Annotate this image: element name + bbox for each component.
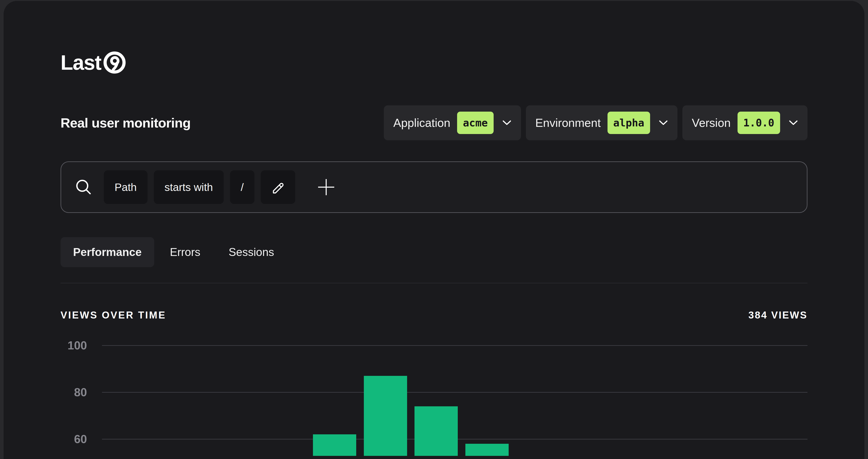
query-field-chip[interactable]: Path (104, 170, 148, 204)
brand-logo: Last (61, 1, 807, 74)
tab-label: Sessions (229, 245, 274, 259)
chevron-down-icon (659, 120, 668, 126)
chart-bar (414, 406, 458, 456)
query-operator-chip[interactable]: starts with (154, 170, 224, 204)
gridline-80 (102, 392, 807, 393)
filter-group: Application acme Environment alpha Versi… (384, 105, 807, 140)
pencil-icon (271, 180, 285, 195)
filter-value-badge: alpha (608, 111, 650, 134)
y-tick-label-60: 60 (61, 432, 87, 446)
tab-label: Performance (73, 245, 142, 259)
chevron-down-icon (502, 120, 512, 126)
brand-name: Last (61, 51, 101, 74)
chevron-down-icon (788, 120, 798, 126)
chart-bar (465, 444, 509, 456)
filter-label: Application (393, 116, 450, 130)
tab-performance[interactable]: Performance (61, 237, 154, 267)
gridline-100 (102, 345, 807, 346)
chart-header: VIEWS OVER TIME 384 VIEWS (61, 309, 807, 321)
filter-label: Environment (535, 116, 601, 130)
plus-icon (316, 177, 337, 197)
search-icon (74, 178, 93, 197)
filter-value-badge: acme (457, 111, 494, 134)
chart-total-views: 384 VIEWS (748, 309, 807, 321)
y-tick-label-80: 80 (61, 386, 87, 399)
chart-title: VIEWS OVER TIME (61, 309, 166, 321)
y-tick-label-100: 100 (61, 339, 87, 352)
query-chips: Path starts with / (104, 170, 295, 204)
chart-bar (313, 434, 356, 456)
views-over-time-chart: 1008060 (61, 330, 807, 456)
tab-label: Errors (170, 245, 200, 259)
last9-logo-icon (103, 51, 126, 74)
tab-errors[interactable]: Errors (157, 237, 213, 267)
filter-dropdown-application[interactable]: Application acme (384, 105, 521, 140)
page-title: Real user monitoring (61, 115, 190, 131)
filter-value-badge: 1.0.0 (738, 111, 780, 134)
controls-row: Real user monitoring Application acme En… (61, 105, 807, 140)
section-divider (61, 283, 807, 283)
tabs-row: Performance Errors Sessions (61, 237, 807, 267)
main-panel: Last Real user monitoring Application ac… (4, 1, 864, 459)
tab-sessions[interactable]: Sessions (216, 237, 287, 267)
filter-dropdown-environment[interactable]: Environment alpha (526, 105, 678, 140)
search-bar[interactable]: Path starts with / (61, 161, 807, 213)
filter-label: Version (692, 116, 731, 130)
chart-bar (364, 376, 407, 456)
add-filter-button[interactable] (316, 177, 337, 197)
query-value-chip[interactable]: / (230, 170, 254, 204)
filter-dropdown-version[interactable]: Version 1.0.0 (682, 105, 807, 140)
edit-query-button[interactable] (261, 170, 295, 204)
